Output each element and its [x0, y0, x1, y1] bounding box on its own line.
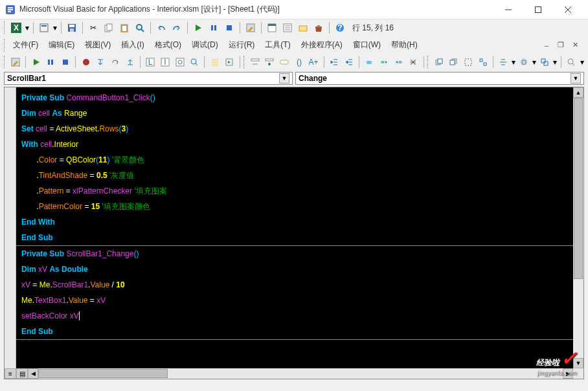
menu-view[interactable]: 视图(V)	[80, 38, 116, 52]
copy-icon[interactable]	[102, 21, 116, 35]
scroll-up-icon[interactable]: ▲	[573, 87, 583, 98]
code-line[interactable]: With cell.Interior	[21, 137, 568, 152]
code-line[interactable]: Private Sub CommandButton1_Click()	[21, 90, 568, 106]
code-line[interactable]: .PatternColor = 15 '填充图案颜色	[21, 199, 568, 214]
run-icon[interactable]	[191, 21, 205, 35]
object-browser-icon[interactable]	[296, 21, 310, 35]
menu-debug[interactable]: 调试(D)	[187, 38, 223, 52]
horizontal-scrollbar[interactable]: ≡ ▤ ◀ ▶	[5, 368, 573, 379]
menu-edit[interactable]: 编辑(E)	[43, 38, 80, 52]
dropdown-icon[interactable]: ▾	[52, 23, 58, 32]
excel-icon[interactable]: X	[9, 21, 23, 35]
break-icon[interactable]	[44, 55, 58, 69]
close-button[interactable]	[553, 0, 583, 19]
center-icon[interactable]	[517, 55, 531, 69]
menu-run[interactable]: 运行(R)	[223, 38, 260, 52]
quick-info-icon[interactable]	[278, 55, 291, 69]
insert-form-icon[interactable]	[37, 21, 51, 35]
bring-front-icon[interactable]	[432, 55, 446, 69]
vertical-scrollbar[interactable]: ▲ ▼	[573, 87, 583, 368]
code-area[interactable]: Private Sub CommandButton1_Click()Dim ce…	[16, 87, 573, 368]
procedure-view-icon[interactable]: ≡	[5, 368, 16, 379]
locals-icon[interactable]: L	[144, 55, 157, 69]
watches-icon[interactable]	[173, 55, 187, 69]
call-stack-icon[interactable]	[208, 55, 221, 69]
dropdown-icon[interactable]: ▾	[553, 58, 558, 67]
menu-format[interactable]: 格式(O)	[150, 38, 187, 52]
step-over-icon[interactable]	[109, 55, 122, 69]
toolbar-handle[interactable]	[427, 56, 430, 69]
minimize-button[interactable]	[493, 0, 523, 19]
code-line[interactable]: End Sub	[21, 324, 568, 339]
code-line[interactable]: .Pattern = xlPatternChecker '填充图案	[21, 183, 568, 199]
ungroup-icon[interactable]	[476, 55, 490, 69]
next-bookmark-icon[interactable]	[378, 55, 391, 69]
toolbox-icon[interactable]	[311, 21, 326, 35]
reset-icon[interactable]	[222, 21, 236, 35]
list-properties-icon[interactable]	[248, 55, 262, 69]
code-line[interactable]: Me.TextBox1.Value = xV	[21, 293, 568, 308]
toolbar-handle[interactable]	[243, 56, 246, 69]
full-module-view-icon[interactable]: ▤	[16, 368, 28, 379]
maximize-button[interactable]	[523, 0, 553, 19]
menu-insert[interactable]: 插入(I)	[116, 38, 149, 52]
code-line[interactable]: setBackColor xV	[21, 308, 568, 324]
code-line[interactable]: Private Sub ScrollBar1_Change()	[21, 246, 568, 262]
group-icon[interactable]	[462, 55, 475, 69]
zoom-icon[interactable]	[565, 55, 578, 69]
quick-watch-icon[interactable]	[188, 55, 201, 69]
toolbar-handle[interactable]	[4, 56, 6, 69]
toolbar-handle[interactable]	[4, 21, 6, 34]
project-explorer-icon[interactable]	[265, 21, 279, 35]
toggle-breakpoint-icon[interactable]	[79, 55, 93, 69]
outdent-icon[interactable]	[342, 55, 356, 69]
indent-icon[interactable]	[328, 55, 341, 69]
toggle-bookmark-icon[interactable]	[363, 55, 376, 69]
menu-window[interactable]: 窗口(W)	[348, 38, 386, 52]
mdi-restore-icon[interactable]: ❐	[556, 41, 566, 50]
scroll-left-icon[interactable]: ◀	[28, 368, 38, 379]
list-constants-icon[interactable]	[263, 55, 277, 69]
reset-icon[interactable]	[59, 55, 73, 69]
design-mode-icon[interactable]	[9, 55, 23, 69]
prev-bookmark-icon[interactable]	[392, 55, 405, 69]
help-icon[interactable]: ?	[333, 21, 347, 35]
chevron-down-icon[interactable]: ▼	[571, 73, 581, 84]
editor-margin[interactable]	[5, 87, 16, 368]
toolbar-handle[interactable]	[4, 39, 6, 52]
cut-icon[interactable]: ✂	[86, 21, 100, 35]
procedure-combo[interactable]: Change ▼	[295, 72, 584, 85]
compile-icon[interactable]	[223, 55, 236, 69]
chevron-down-icon[interactable]: ▼	[279, 73, 289, 84]
redo-icon[interactable]	[170, 21, 184, 35]
code-line[interactable]: .TintAndShade = 0.5 '灰度值	[21, 168, 568, 183]
align-icon[interactable]	[497, 55, 510, 69]
undo-icon[interactable]	[154, 21, 168, 35]
code-line[interactable]: xV = Me.ScrollBar1.Value / 10	[21, 277, 568, 293]
clear-bookmarks-icon[interactable]	[407, 55, 420, 69]
code-line[interactable]: Set cell = ActiveSheet.Rows(3)	[21, 121, 568, 137]
find-icon[interactable]	[133, 21, 147, 35]
menu-help[interactable]: 帮助(H)	[386, 38, 423, 52]
send-back-icon[interactable]	[447, 55, 460, 69]
code-line[interactable]: Dim xV As Double	[21, 262, 568, 277]
object-combo[interactable]: ScrollBar1 ▼	[4, 72, 293, 85]
dropdown-icon[interactable]: ▾	[512, 58, 516, 67]
scroll-track[interactable]	[38, 368, 563, 379]
paste-icon[interactable]	[117, 21, 131, 35]
size-icon[interactable]	[538, 55, 552, 69]
break-icon[interactable]	[207, 21, 221, 35]
design-mode-icon[interactable]	[243, 21, 258, 35]
menu-tools[interactable]: 工具(T)	[260, 38, 295, 52]
run-icon[interactable]	[29, 55, 43, 69]
step-into-icon[interactable]	[94, 55, 107, 69]
immediate-icon[interactable]: I	[159, 55, 172, 69]
save-icon[interactable]	[65, 21, 79, 35]
complete-word-icon[interactable]: A+	[307, 55, 321, 69]
dropdown-icon[interactable]: ▾	[25, 23, 30, 32]
code-line[interactable]: .Color = QBColor(11) '背景颜色	[21, 152, 568, 168]
menu-file[interactable]: 文件(F)	[8, 38, 43, 52]
properties-icon[interactable]	[280, 21, 295, 35]
step-out-icon[interactable]	[123, 55, 137, 69]
code-line[interactable]: End Sub	[21, 230, 568, 245]
